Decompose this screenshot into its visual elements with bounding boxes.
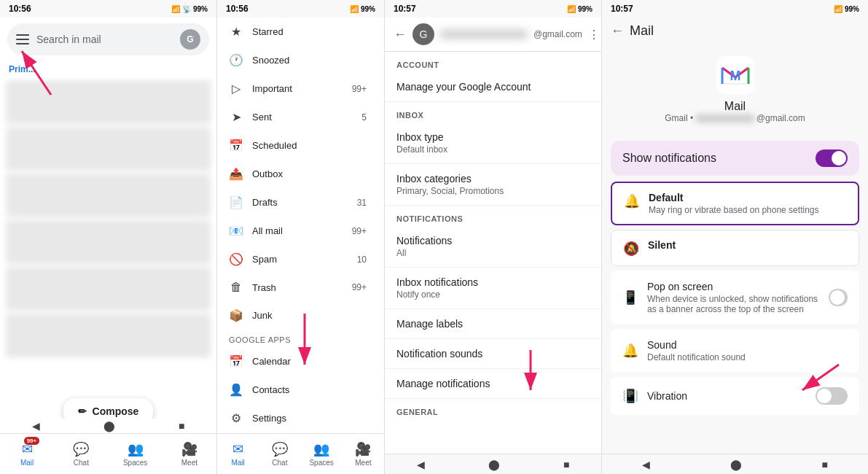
mail-item-blurred-1[interactable] bbox=[6, 80, 211, 124]
signal-icon: 📡 bbox=[182, 5, 191, 13]
nav-chat-2[interactable]: 💬 Chat bbox=[259, 434, 300, 474]
drawer-sent[interactable]: ➤ Sent 5 bbox=[217, 103, 378, 131]
inbox-type-sub: Default inbox bbox=[396, 144, 590, 155]
nav-meet-2[interactable]: 🎥 Meet bbox=[343, 434, 384, 474]
sound-sub: Default notification sound bbox=[647, 352, 746, 362]
junk-label: Junk bbox=[252, 310, 367, 321]
sent-label: Sent bbox=[252, 112, 353, 123]
vibration-toggle[interactable] bbox=[816, 387, 848, 405]
trash-icon: 🗑 bbox=[229, 281, 243, 294]
mail-item-blurred-3[interactable] bbox=[6, 174, 211, 217]
home-sys-4[interactable]: ⬤ bbox=[730, 459, 742, 470]
settings-more-btn[interactable]: ⋮ bbox=[588, 28, 600, 42]
manage-account-title: Manage your Google Account bbox=[396, 81, 590, 93]
wifi-icon-3: 📶 bbox=[567, 5, 576, 13]
inbox-type-item[interactable]: Inbox type Default inbox bbox=[385, 123, 601, 164]
status-bar-4: 10:57 📶 99% bbox=[602, 0, 868, 18]
inbox-notif-item[interactable]: Inbox notifications Notify once bbox=[385, 268, 601, 309]
allmail-count: 99+ bbox=[352, 226, 367, 236]
sound-title: Sound bbox=[647, 339, 746, 351]
nav-mail[interactable]: ✉ 99+ Mail bbox=[0, 434, 54, 474]
recents-sys-3[interactable]: ■ bbox=[563, 459, 569, 470]
search-bar[interactable]: Search in mail G bbox=[7, 23, 209, 55]
contacts-label: Contacts bbox=[252, 384, 367, 395]
drawer-scheduled[interactable]: 📅 Scheduled bbox=[217, 131, 378, 160]
sound-item[interactable]: 🔔 Sound Default notification sound bbox=[611, 329, 859, 373]
drawer-important[interactable]: ▷ Important 99+ bbox=[217, 74, 378, 103]
nav-mail-label-2: Mail bbox=[231, 459, 244, 467]
nav-chat[interactable]: 💬 Chat bbox=[54, 434, 108, 474]
drawer-snoozed[interactable]: 🕐 Snoozed bbox=[217, 46, 378, 74]
vibration-item[interactable]: 📳 Vibration bbox=[611, 377, 859, 415]
drawer-settings[interactable]: ⚙ Settings bbox=[217, 404, 378, 432]
calendar-icon: 📅 bbox=[229, 354, 243, 368]
back-sys-3[interactable]: ◀ bbox=[417, 459, 425, 470]
notif-option-silent[interactable]: 🔕 Silent bbox=[611, 230, 859, 266]
settings-label: Settings bbox=[252, 413, 367, 424]
show-notifications-row[interactable]: Show notifications bbox=[611, 141, 859, 176]
settings-back-btn[interactable]: ← bbox=[394, 27, 407, 42]
snoozed-label: Snoozed bbox=[252, 55, 367, 66]
mail-item-blurred-5[interactable] bbox=[6, 267, 211, 311]
recents-sys-1[interactable]: ■ bbox=[179, 420, 184, 432]
home-sys-3[interactable]: ⬤ bbox=[488, 459, 500, 470]
manage-account-item[interactable]: Manage your Google Account bbox=[385, 72, 601, 102]
pop-toggle[interactable] bbox=[829, 289, 848, 306]
vibration-left: 📳 Vibration bbox=[622, 388, 687, 404]
spam-label: Spam bbox=[252, 254, 348, 265]
nav-spaces-2[interactable]: 👥 Spaces bbox=[301, 434, 343, 474]
important-icon: ▷ bbox=[229, 82, 243, 96]
notif-option-default[interactable]: 🔔 Default May ring or vibrate based on p… bbox=[611, 182, 859, 225]
panel-settings: 10:57 📶 99% ← G @gmail.com ⋮ Account Man… bbox=[385, 0, 602, 474]
junk-icon: 📦 bbox=[229, 308, 243, 322]
system-nav-1: ◀ ⬤ ■ bbox=[0, 419, 216, 433]
compose-label: Compose bbox=[93, 405, 139, 417]
app-sub: Gmail • @gmail.com bbox=[665, 113, 805, 123]
wifi-icon: 📶 bbox=[171, 5, 180, 13]
hamburger-menu[interactable] bbox=[16, 34, 29, 44]
pop-on-screen-item[interactable]: 📱 Pop on screen When device is unlocked,… bbox=[611, 271, 859, 325]
notification-sounds-item[interactable]: Notification sounds bbox=[385, 339, 601, 369]
search-input[interactable]: Search in mail bbox=[36, 34, 173, 45]
mail-item-blurred-2[interactable] bbox=[6, 127, 211, 171]
drawer-drafts[interactable]: 📄 Drafts 31 bbox=[217, 188, 378, 217]
drawer-calendar[interactable]: 📅 Calendar bbox=[217, 347, 378, 376]
time-1: 10:56 bbox=[9, 4, 31, 14]
mail-item-blurred-6[interactable] bbox=[6, 314, 211, 357]
drawer-outbox[interactable]: 📤 Outbox bbox=[217, 160, 378, 188]
drawer-junk[interactable]: 📦 Junk bbox=[217, 301, 378, 330]
inbox-notif-sub: Notify once bbox=[396, 290, 590, 300]
drawer-allmail[interactable]: 📧 All mail 99+ bbox=[217, 217, 378, 245]
recents-sys-4[interactable]: ■ bbox=[822, 459, 828, 470]
notif-back-btn[interactable]: ← bbox=[611, 23, 624, 39]
back-sys-1[interactable]: ◀ bbox=[32, 420, 40, 432]
manage-notifications-item[interactable]: Manage notifications bbox=[385, 369, 601, 399]
system-nav-4: ◀ ⬤ ■ bbox=[602, 454, 868, 474]
notifications-item[interactable]: Notifications All bbox=[385, 226, 601, 268]
time-3: 10:57 bbox=[394, 4, 416, 14]
drawer-starred[interactable]: ★ Starred bbox=[217, 18, 378, 46]
show-notif-toggle[interactable] bbox=[816, 149, 848, 167]
app-info: M Mail Gmail • @gmail.com bbox=[602, 44, 868, 135]
battery-1: 99% bbox=[193, 5, 208, 13]
drawer-contacts[interactable]: 👤 Contacts bbox=[217, 376, 378, 404]
time-2: 10:56 bbox=[226, 4, 249, 14]
battery-2: 99% bbox=[361, 5, 375, 13]
settings-scroll: Account Manage your Google Account Inbox… bbox=[385, 52, 601, 450]
wifi-icon-2: 📶 bbox=[350, 5, 359, 13]
notif-title: Mail bbox=[630, 23, 654, 39]
nav-meet[interactable]: 🎥 Meet bbox=[163, 434, 216, 474]
spam-count: 10 bbox=[357, 255, 367, 265]
nav-spaces[interactable]: 👥 Spaces bbox=[109, 434, 163, 474]
nav-mail-2[interactable]: ✉ Mail bbox=[217, 434, 259, 474]
back-sys-4[interactable]: ◀ bbox=[642, 459, 650, 470]
avatar[interactable]: G bbox=[180, 29, 200, 50]
bottom-nav-2: ✉ Mail 💬 Chat 👥 Spaces 🎥 Meet bbox=[217, 433, 384, 474]
manage-labels-item[interactable]: Manage labels bbox=[385, 309, 601, 339]
drawer-spam[interactable]: 🚫 Spam 10 bbox=[217, 245, 378, 273]
home-sys-1[interactable]: ⬤ bbox=[103, 420, 115, 432]
inbox-categories-item[interactable]: Inbox categories Primary, Social, Promot… bbox=[385, 164, 601, 206]
mail-item-blurred-4[interactable] bbox=[6, 220, 211, 264]
calendar-label: Calendar bbox=[252, 356, 367, 367]
drawer-trash[interactable]: 🗑 Trash 99+ bbox=[217, 273, 378, 301]
